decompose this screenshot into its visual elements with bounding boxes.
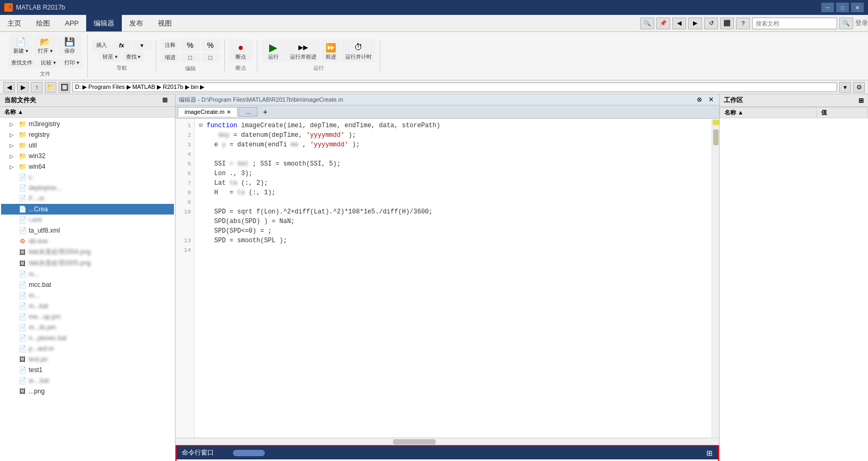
- list-item[interactable]: ▷ 📄 F....m: [1, 193, 174, 204]
- toolbar-btn-4[interactable]: ▶: [688, 18, 702, 29]
- menu-editor[interactable]: 编辑器: [86, 15, 122, 31]
- search-input[interactable]: [752, 18, 837, 29]
- menu-home[interactable]: 主页: [0, 15, 29, 31]
- list-item[interactable]: ▷ 📁 util: [1, 140, 174, 151]
- list-item-selected[interactable]: ▷ 📄 ...Crea: [1, 204, 174, 215]
- file-icon: 📄: [18, 270, 27, 278]
- folder-icon: 📁: [18, 141, 27, 150]
- left-panel: 当前文件夹 ⊞ 名称 ▲ ▷ 📁 m3iregistry ▷ 📁 registr…: [0, 94, 176, 461]
- address-settings-button[interactable]: ⚙: [853, 82, 865, 93]
- panel-collapse-icon[interactable]: ⊞: [162, 96, 171, 105]
- list-item[interactable]: ▷ 📄 c.: [1, 172, 174, 183]
- list-item[interactable]: ▷ 📁 win64: [1, 161, 174, 172]
- horizontal-scrollbar[interactable]: [176, 438, 719, 445]
- find-file-button[interactable]: 查找文件: [7, 57, 36, 68]
- indent-button[interactable]: 缩进: [161, 52, 180, 63]
- nav-forward-button[interactable]: ▶: [17, 82, 29, 93]
- list-item[interactable]: ▷ 🖼 ilab灰度处理2004.png: [1, 246, 174, 258]
- toolbar-right-area: 🔍 📌 ◀ ▶ ↺ ⬛ ? 🔍 登录: [640, 18, 868, 29]
- list-item[interactable]: ▷ 📄 test1: [1, 365, 174, 375]
- toolbar-btn-2[interactable]: 📌: [656, 18, 670, 29]
- editor-workspace: 编辑器 - D:\Program Files\MATLAB\R2017b\bin…: [176, 94, 868, 461]
- block-button2[interactable]: □: [201, 53, 220, 62]
- cmd-expand-button[interactable]: ⊞: [706, 449, 713, 457]
- nav-up-button[interactable]: ↑: [31, 82, 43, 93]
- list-item[interactable]: ▷ 📄 w....bat: [1, 375, 174, 386]
- line-num: 10: [176, 207, 194, 217]
- menu-view[interactable]: 视图: [151, 15, 179, 31]
- toolbar-btn-5[interactable]: ↺: [704, 18, 718, 29]
- percent-button2[interactable]: %: [201, 39, 220, 51]
- nav-back-button[interactable]: ◀: [3, 82, 15, 93]
- line-num: 3: [176, 140, 194, 150]
- list-item[interactable]: ▷ 📁 m3iregistry: [1, 119, 174, 129]
- tab-close-icon[interactable]: ✕: [227, 109, 231, 115]
- editor-float-button[interactable]: ✕: [706, 95, 716, 104]
- list-item[interactable]: ▷ 📁 win32: [1, 151, 174, 161]
- print-button[interactable]: 打印 ▾: [61, 57, 83, 68]
- toolbar-run-group: ▶ 运行 ▶▶ 运行并前进 ⏩ 前进 ⏱ 运行并计时 运行: [257, 40, 380, 72]
- list-item[interactable]: ▷ 📄 m...bat: [1, 301, 174, 311]
- new-button[interactable]: 📄 新建 ▾: [9, 34, 32, 56]
- toolbar-btn-3[interactable]: ◀: [672, 18, 686, 29]
- toolbar-btn-6[interactable]: ⬛: [720, 18, 734, 29]
- vertical-scrollbar[interactable]: [712, 119, 719, 438]
- address-path[interactable]: D: ▶ Program Files ▶ MATLAB ▶ R2017b ▶ b…: [72, 83, 837, 92]
- workspace-expand-icon[interactable]: ⊞: [858, 97, 864, 104]
- list-item[interactable]: ▷ 📄 m...: [1, 290, 174, 301]
- fx-button[interactable]: fx: [112, 40, 131, 50]
- list-item[interactable]: ▷ 📄 n...piexec.bat: [1, 333, 174, 343]
- advance-button[interactable]: ⏩ 前进: [321, 40, 340, 62]
- toolbar-btn-7[interactable]: ?: [736, 18, 750, 29]
- list-item[interactable]: ▷ 🖼 ilab灰度处理2005.png: [1, 258, 174, 269]
- nav-down-button[interactable]: ▾: [132, 40, 152, 51]
- tab-add-button[interactable]: +: [258, 106, 271, 117]
- run-time-button[interactable]: ⏱ 运行并计时: [341, 40, 375, 62]
- open-button[interactable]: 📂 打开 ▾: [34, 34, 57, 56]
- percent-button1[interactable]: %: [181, 39, 200, 51]
- code-content[interactable]: ⊞ function imageCreate(imei, depTime, en…: [195, 119, 712, 438]
- save-button[interactable]: 💾 保存: [58, 34, 81, 56]
- block-button1[interactable]: □: [181, 53, 200, 62]
- minimize-button[interactable]: ─: [821, 3, 834, 12]
- goto-button[interactable]: 转至 ▾: [99, 52, 121, 62]
- list-item[interactable]: ▷ ⚙ ab.exe: [1, 236, 174, 246]
- menu-app[interactable]: APP: [57, 15, 86, 31]
- scroll-thumb[interactable]: [713, 129, 719, 145]
- list-item[interactable]: ▷ 📄 i.xml: [1, 215, 174, 225]
- h-scroll-thumb[interactable]: [393, 439, 436, 444]
- list-item[interactable]: ▷ 🖼 ...png: [1, 386, 174, 397]
- list-item[interactable]: ▷ 📄 me...up.pm: [1, 311, 174, 322]
- list-item[interactable]: ▷ 📄 ta_utf8.xml: [1, 225, 174, 236]
- list-item[interactable]: ▷ 📄 m...ils.pm: [1, 322, 174, 333]
- list-item[interactable]: ▷ 📄 mcc.bat: [1, 279, 174, 290]
- search-button[interactable]: 🔍: [839, 18, 853, 29]
- run-time-icon: ⏱: [353, 42, 364, 53]
- list-item[interactable]: ▷ 📄 p...ard.m: [1, 343, 174, 354]
- search-code-button[interactable]: 查找 ▾: [122, 52, 145, 62]
- run-advance-button[interactable]: ▶▶ 运行并前进: [286, 40, 320, 62]
- list-item[interactable]: ▷ 📁 registry: [1, 129, 174, 140]
- tab-other[interactable]: ...: [239, 107, 257, 117]
- breakpoint-button[interactable]: ● 断点: [229, 40, 253, 62]
- login-text[interactable]: 登录: [855, 19, 868, 28]
- insert-button[interactable]: 插入: [92, 40, 111, 51]
- advance-icon: ⏩: [325, 42, 337, 53]
- file-col-name: 名称 ▲: [0, 107, 175, 118]
- menu-publish[interactable]: 发布: [122, 15, 151, 31]
- editor-minimize-button[interactable]: ⊗: [695, 95, 704, 104]
- toolbar-btn-1[interactable]: 🔍: [640, 18, 654, 29]
- compare-button[interactable]: 比较 ▾: [37, 57, 60, 68]
- nav-browse-button[interactable]: 🔲: [59, 82, 70, 93]
- list-item[interactable]: ▷ 🖼 test.pn: [1, 354, 174, 365]
- run-button[interactable]: ▶ 运行: [262, 40, 285, 62]
- list-item[interactable]: ▷ 📄 deploytoo...: [1, 183, 174, 193]
- list-item[interactable]: ▷ 📄 m...: [1, 269, 174, 279]
- address-dropdown-button[interactable]: ▾: [839, 82, 851, 93]
- menu-plot[interactable]: 绘图: [29, 15, 57, 31]
- nav-history-button[interactable]: 📁: [45, 82, 56, 93]
- comment-button[interactable]: 注释: [161, 40, 180, 51]
- tab-imagecreate[interactable]: imageCreate.m ✕: [178, 107, 238, 117]
- maximize-button[interactable]: □: [836, 3, 849, 12]
- close-button[interactable]: ✕: [851, 3, 864, 12]
